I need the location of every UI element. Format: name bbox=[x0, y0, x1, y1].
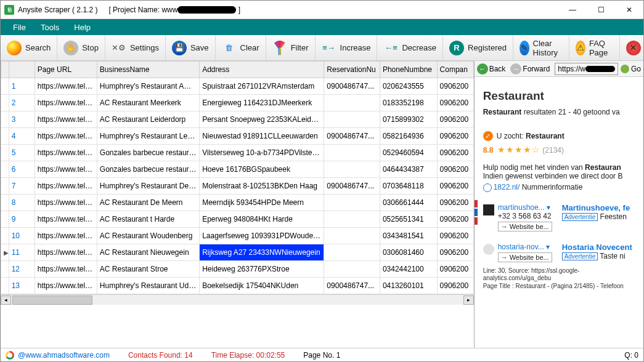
cell-phone: 0343481541 bbox=[380, 228, 437, 244]
help-line2: Indien gewenst verbinden we direct door … bbox=[483, 172, 635, 180]
listing-name[interactable]: martinushoe... ▾ bbox=[498, 203, 562, 212]
debug-line1: Line: 30, Source: https://ssl.google-ana… bbox=[483, 267, 635, 283]
listing-thumb bbox=[483, 204, 494, 215]
clear-history-icon: ✎ bbox=[520, 41, 529, 55]
cell-reservation bbox=[324, 111, 380, 128]
cell-business-name: Humphrey's Restaurant Leeu... bbox=[97, 128, 199, 145]
search-button[interactable]: Search bbox=[1, 35, 57, 60]
table-row[interactable]: 4https://www.tele...Humphrey's Restauran… bbox=[1, 128, 474, 145]
url-input[interactable]: https://w bbox=[555, 63, 618, 75]
window-close[interactable]: ✕ bbox=[615, 1, 643, 18]
table-row[interactable]: 2https://www.tele...AC Restaurant Meerke… bbox=[1, 95, 474, 111]
col-phone[interactable]: PhoneNumbne bbox=[380, 62, 437, 78]
ad-badge: Advertentie bbox=[562, 213, 598, 221]
status-url[interactable]: @www.ahmadsoftware.com bbox=[18, 351, 110, 360]
cell-business-name: AC Restaurant Nieuwegein bbox=[97, 244, 199, 261]
window-minimize[interactable]: — bbox=[558, 1, 587, 18]
nav-forward[interactable]: →Forward bbox=[510, 63, 550, 74]
cell-page-url: https://www.tele... bbox=[35, 178, 97, 195]
cell-reservation bbox=[324, 244, 380, 261]
exit-button[interactable]: ✕Exit bbox=[620, 35, 644, 60]
cell-phone: 0342442100 bbox=[380, 261, 437, 278]
registered-button[interactable]: RRegistered bbox=[443, 35, 513, 60]
cell-address: Heideweg 263776PXStroe bbox=[200, 261, 324, 278]
nav-go[interactable]: Go bbox=[621, 65, 641, 73]
save-button[interactable]: 💾Save bbox=[166, 35, 216, 60]
table-row[interactable]: 12https://www.tele...AC Restaurant Stroe… bbox=[1, 261, 474, 278]
row-indicator: ▶ bbox=[1, 244, 9, 261]
decrease-button[interactable]: ←≡Decrease bbox=[377, 35, 443, 60]
table-row[interactable]: 3https://www.tele...AC Restaurant Leider… bbox=[1, 111, 474, 128]
col-company[interactable]: Compan bbox=[437, 62, 473, 78]
browser-nav: ←Back →Forward https://w Go bbox=[475, 61, 643, 77]
header-row: Page URL BusinessName Address Reservatio… bbox=[1, 62, 474, 78]
cell-address: Vilsterseweg 10-a-b7734PDVilsteren bbox=[200, 145, 324, 161]
clear-history-button[interactable]: ✎Clear History bbox=[513, 35, 569, 60]
table-row[interactable]: 1https://www.tele...Humphrey's Restauran… bbox=[1, 78, 474, 95]
clear-button[interactable]: 🗑Clear bbox=[216, 35, 266, 60]
menu-file[interactable]: File bbox=[6, 19, 33, 35]
website-button[interactable]: → Website be... bbox=[498, 252, 552, 262]
data-grid[interactable]: Page URL BusinessName Address Reservatio… bbox=[1, 61, 475, 348]
stars-icon: ★★★★☆ bbox=[497, 145, 540, 155]
number-info[interactable]: 1822.nl/ Nummerinformatie bbox=[483, 183, 635, 192]
stop-button[interactable]: ✋Stop bbox=[57, 35, 105, 60]
listing-title[interactable]: Hostaria Novecent bbox=[562, 243, 632, 252]
col-page-url[interactable]: Page URL bbox=[35, 62, 97, 78]
scroll-thumb[interactable] bbox=[12, 296, 92, 305]
cell-reservation bbox=[324, 211, 380, 228]
scroll-left-arrow[interactable]: ◂ bbox=[1, 296, 11, 305]
ad-badge: Advertentie bbox=[562, 252, 598, 260]
listing-title[interactable]: Martinushoeve, fe bbox=[562, 203, 630, 212]
col-rownum[interactable] bbox=[9, 62, 35, 78]
cell-address: Persant Snoepweg 22353KALeider... bbox=[200, 111, 324, 128]
filter-button[interactable]: Filter bbox=[266, 35, 316, 60]
search-confirm: ✓U zocht: Restaurant bbox=[483, 131, 635, 141]
table-row[interactable]: 13https://www.tele...Humphrey's Restaura… bbox=[1, 278, 474, 294]
table-row[interactable]: 8https://www.tele...AC Restaurant De Mee… bbox=[1, 195, 474, 211]
cell-page-url: https://www.tele... bbox=[35, 128, 97, 145]
cell-business-name: AC Restaurant t Harde bbox=[97, 211, 199, 228]
increase-button[interactable]: ≡→Increase bbox=[316, 35, 378, 60]
splitter[interactable] bbox=[475, 77, 478, 348]
cell-rownum: 6 bbox=[9, 161, 35, 178]
table-row[interactable]: 6https://www.tele...Gonzales barbecue re… bbox=[1, 161, 474, 178]
menu-help[interactable]: Help bbox=[67, 19, 98, 35]
cell-rownum: 11 bbox=[9, 244, 35, 261]
results-subline: Restaurant resultaten 21 - 40 getoond va bbox=[483, 108, 635, 116]
scroll-right-arrow[interactable]: ▸ bbox=[463, 296, 474, 305]
website-button[interactable]: → Website be... bbox=[498, 222, 552, 231]
nav-back[interactable]: ←Back bbox=[477, 63, 506, 74]
table-row[interactable]: ▶11https://www.tele...AC Restaurant Nieu… bbox=[1, 244, 474, 261]
table-row[interactable]: 10https://www.tele...AC Restaurant Woude… bbox=[1, 228, 474, 244]
col-indicator[interactable] bbox=[1, 62, 9, 78]
cell-company: 0906200 bbox=[437, 178, 473, 195]
cell-company: 0906200 bbox=[437, 145, 473, 161]
cell-business-name: Humphrey's Restaurant Amst... bbox=[97, 78, 199, 95]
window-maximize[interactable]: ☐ bbox=[587, 1, 615, 18]
cell-phone: 0306081460 bbox=[380, 244, 437, 261]
table-row[interactable]: 5https://www.tele...Gonzales barbecue re… bbox=[1, 145, 474, 161]
col-reservation[interactable]: ReservationNu bbox=[324, 62, 380, 78]
listing-name[interactable]: hostaria-nov... ▾ bbox=[498, 243, 562, 251]
menu-tools[interactable]: Tools bbox=[33, 19, 67, 35]
cell-address: Rijksweg A27 23433NWNieuwegein bbox=[200, 244, 324, 261]
cell-rownum: 1 bbox=[9, 78, 35, 95]
cell-company: 0906200 bbox=[437, 211, 473, 228]
settings-button[interactable]: ✕⚙Settings bbox=[105, 35, 166, 60]
decrease-icon: ←≡ bbox=[383, 41, 398, 55]
cell-reservation bbox=[324, 261, 380, 278]
cell-reservation: 0900486747... bbox=[324, 178, 380, 195]
faq-button[interactable]: ⚠FAQ Page bbox=[569, 35, 619, 60]
table-row[interactable]: 7https://www.tele...Humphrey's Restauran… bbox=[1, 178, 474, 195]
col-address[interactable]: Address bbox=[200, 62, 324, 78]
registered-icon: R bbox=[449, 41, 464, 55]
cell-business-name: AC Restaurant Stroe bbox=[97, 261, 199, 278]
cell-address: Meerndijk 593454HPDe Meern bbox=[200, 195, 324, 211]
table-row[interactable]: 9https://www.tele...AC Restaurant t Hard… bbox=[1, 211, 474, 228]
col-business-name[interactable]: BusinessName bbox=[97, 62, 199, 78]
cell-phone: 0715899302 bbox=[380, 111, 437, 128]
cell-company: 0906200 bbox=[437, 111, 473, 128]
cell-company: 0906200 bbox=[437, 78, 473, 95]
horizontal-scrollbar[interactable]: ◂ ▸ bbox=[1, 294, 474, 305]
